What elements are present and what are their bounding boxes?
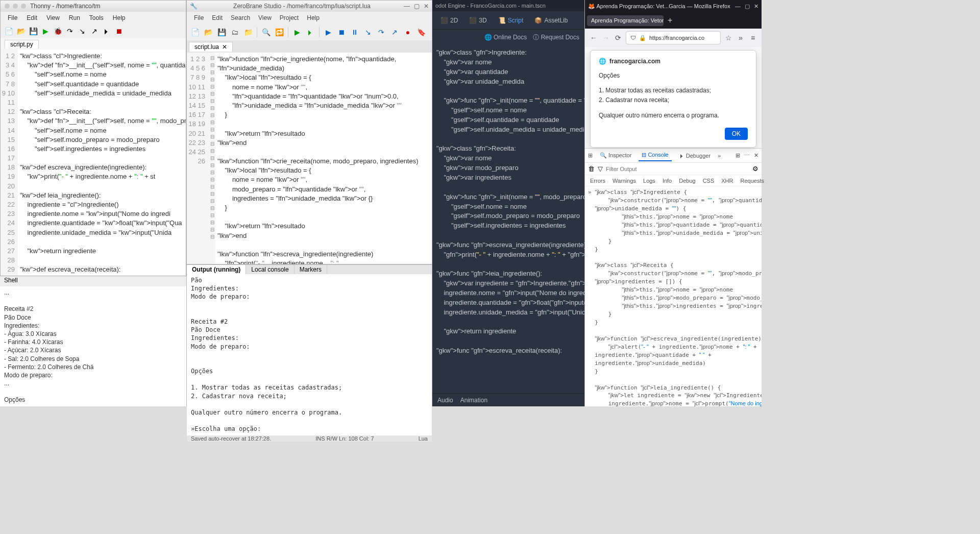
ok-button[interactable]: OK: [725, 128, 748, 140]
ff-page: 🌐francogarcia.com Opções 1. Mostrar toda…: [585, 47, 762, 148]
menu-icon[interactable]: ≡: [748, 34, 757, 42]
run-noargs-icon[interactable]: ⏵: [304, 26, 316, 38]
devtools-menu-icon[interactable]: ⋯: [744, 152, 750, 159]
filter-input[interactable]: [606, 166, 749, 172]
overflow-icon[interactable]: »: [736, 34, 745, 42]
resume-icon[interactable]: ⏵: [102, 26, 112, 36]
menu-help[interactable]: Help: [304, 13, 323, 22]
cat-warnings[interactable]: Warnings: [610, 177, 638, 185]
shell-output[interactable]: ... Receita #2 Pão Doce Ingredientes: - …: [0, 286, 186, 406]
menu-help[interactable]: Help: [110, 13, 129, 22]
online-docs-link[interactable]: 🌐 Online Docs: [484, 34, 527, 41]
tab-console[interactable]: ⊟ Console: [639, 150, 671, 161]
toggle-bp-icon[interactable]: ●: [402, 26, 414, 38]
menu-edit[interactable]: Edit: [209, 13, 226, 22]
godot-code[interactable]: "gkw">class "gfn">Ingrediente: "gkw">var…: [432, 45, 584, 393]
clear-icon[interactable]: 🗑: [588, 165, 595, 173]
menu-run[interactable]: Run: [66, 13, 83, 22]
save-icon[interactable]: 💾: [28, 26, 38, 36]
project-dir-icon[interactable]: 📁: [242, 26, 254, 38]
save-icon[interactable]: 💾: [215, 26, 228, 38]
devtools-close-icon[interactable]: ✕: [754, 152, 758, 159]
step-out-icon[interactable]: ↗: [89, 26, 100, 36]
cat-css[interactable]: CSS: [701, 177, 717, 185]
bookmark-icon[interactable]: ☆: [724, 34, 733, 42]
step-out-icon[interactable]: ↗: [388, 26, 401, 38]
stop-icon[interactable]: ⏹: [114, 26, 124, 36]
zb-output[interactable]: Pão Ingredientes: Modo de preparo: Recei…: [187, 274, 432, 435]
tab-output[interactable]: Output (running): [187, 265, 246, 274]
cat-xhr[interactable]: XHR: [719, 177, 735, 185]
debug-icon[interactable]: 🐞: [53, 26, 63, 36]
zb-code[interactable]: "lkw">function "lfn">crie_ingrediente(no…: [215, 53, 432, 264]
minimize-icon[interactable]: —: [735, 3, 741, 10]
cat-logs[interactable]: Logs: [641, 177, 657, 185]
menu-file[interactable]: File: [191, 13, 207, 22]
tab-local-console[interactable]: Local console: [246, 265, 294, 274]
request-docs-link[interactable]: ⓘ Request Docs: [533, 33, 579, 42]
break-icon[interactable]: ⏸: [349, 26, 361, 38]
browser-tab[interactable]: Aprenda Programação: Vetor ✕: [587, 15, 664, 26]
cat-errors[interactable]: Errors: [588, 177, 607, 185]
menu-edit[interactable]: Edit: [23, 13, 40, 22]
tab-markers[interactable]: Markers: [295, 265, 327, 274]
menu-view[interactable]: View: [255, 13, 275, 22]
step-into-icon[interactable]: ↘: [362, 26, 374, 38]
find-icon[interactable]: 🔍: [260, 26, 272, 38]
menu-search[interactable]: Search: [228, 13, 253, 22]
cat-debug[interactable]: Debug: [677, 177, 697, 185]
new-icon[interactable]: 📄: [189, 26, 201, 38]
back-icon[interactable]: ←: [589, 34, 598, 42]
new-tab-button[interactable]: +: [664, 14, 676, 27]
open-icon[interactable]: 📂: [16, 26, 26, 36]
step-into-icon[interactable]: ↘: [77, 26, 87, 36]
maximize-icon[interactable]: ▢: [745, 3, 750, 10]
tab-assetlib[interactable]: 📦 AssetLib: [531, 15, 571, 26]
godot-botbar: Audio Animation: [432, 393, 584, 406]
tab-2d[interactable]: ⬛ 2D: [437, 15, 461, 26]
step-over-icon[interactable]: ↷: [65, 26, 75, 36]
stop-icon[interactable]: ⏹: [335, 26, 348, 38]
zb-fold-gutter[interactable]: ⊟⊟⊟⊟⊟⊟⊟⊟⊟⊟⊟⊟⊟⊟⊟⊟⊟⊟⊟⊟⊟⊟⊟⊟⊟⊟: [209, 53, 215, 264]
zb-editor[interactable]: 1 2 3 4 5 6 7 8 9 10 11 12 13 14 15 16 1…: [187, 53, 432, 264]
maximize-icon[interactable]: ▢: [414, 3, 420, 10]
debug-icon[interactable]: ▶: [322, 26, 334, 38]
close-icon[interactable]: ✕: [424, 3, 429, 10]
save-all-icon[interactable]: 🗂: [229, 26, 241, 38]
devtools-settings-icon[interactable]: ⊞: [736, 152, 740, 159]
more-tabs-icon[interactable]: »: [718, 153, 721, 159]
menu-project[interactable]: Project: [277, 13, 302, 22]
tab-inspector[interactable]: 🔍 Inspector: [597, 150, 634, 161]
close-icon[interactable]: ✕: [754, 3, 758, 10]
menu-file[interactable]: File: [5, 13, 20, 22]
shell-tab[interactable]: Shell: [0, 276, 186, 286]
tab-3d[interactable]: ⬛ 3D: [466, 15, 489, 26]
settings-icon[interactable]: ⚙: [752, 165, 758, 173]
tab-debugger[interactable]: ⏵ Debugger: [676, 151, 714, 161]
menu-tools[interactable]: Tools: [86, 13, 107, 22]
run-icon[interactable]: ▶: [291, 26, 303, 38]
cat-info[interactable]: Info: [660, 177, 674, 185]
cat-requests[interactable]: Requests: [739, 177, 766, 185]
shield-icon[interactable]: 🛡: [630, 35, 636, 41]
open-icon[interactable]: 📂: [202, 26, 214, 38]
tab-script[interactable]: 📜 Script: [495, 15, 527, 26]
bookmark-icon[interactable]: 🔖: [415, 26, 427, 38]
minimize-icon[interactable]: —: [404, 3, 410, 10]
editor-tab[interactable]: script.lua✕: [189, 42, 233, 52]
reload-icon[interactable]: ⟳: [614, 34, 623, 42]
new-icon[interactable]: 📄: [4, 26, 14, 36]
run-icon[interactable]: ▶: [40, 26, 51, 36]
inspector-picker-icon[interactable]: ⊞: [588, 152, 593, 159]
filter-icon[interactable]: ▽: [598, 165, 603, 173]
editor-tab[interactable]: script.py: [5, 40, 39, 48]
url-bar[interactable]: 🛡 🔒 https://francogarcia.co: [626, 31, 721, 44]
close-tab-icon[interactable]: ✕: [222, 43, 227, 51]
step-over-icon[interactable]: ↷: [375, 26, 387, 38]
tab-audio[interactable]: Audio: [437, 397, 453, 404]
forward-icon[interactable]: →: [601, 34, 610, 42]
menu-view[interactable]: View: [43, 13, 63, 22]
tab-animation[interactable]: Animation: [460, 397, 487, 404]
devtools-output[interactable]: » "jkw">class "jcl">Ingrediente { "jkw">…: [585, 186, 762, 406]
replace-icon[interactable]: 🔁: [273, 26, 285, 38]
